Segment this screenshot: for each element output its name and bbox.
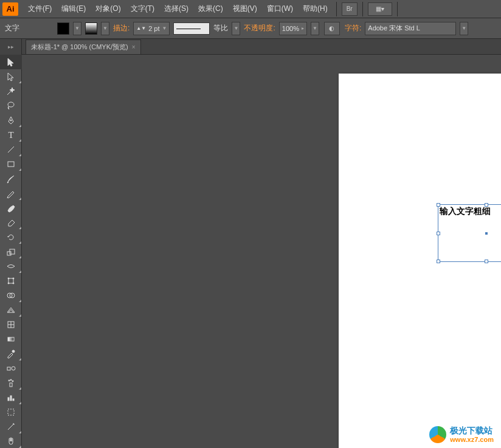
column-graph-tool[interactable]: [0, 390, 22, 405]
pencil-tool[interactable]: [0, 186, 22, 201]
pen-tool[interactable]: [0, 113, 22, 128]
watermark-logo-icon: [429, 426, 446, 443]
menu-window[interactable]: 窗口(W): [262, 1, 298, 18]
svg-point-0: [8, 102, 14, 107]
menu-file[interactable]: 文件(F): [23, 1, 57, 18]
svg-point-19: [12, 367, 15, 370]
svg-rect-18: [7, 367, 10, 370]
stroke-label: 描边:: [113, 23, 130, 33]
free-transform-tool[interactable]: [0, 274, 22, 288]
close-icon[interactable]: ×: [132, 44, 136, 50]
line-tool[interactable]: [0, 142, 22, 157]
menubar: Ai 文件(F) 编辑(E) 对象(O) 文字(T) 选择(S) 效果(C) 视…: [0, 0, 501, 18]
scale-label: 等比: [213, 23, 228, 33]
gradient-tool[interactable]: [0, 332, 22, 346]
scale-dropdown[interactable]: ▼: [232, 22, 240, 35]
stroke-weight[interactable]: ▲▼2 pt▼: [133, 22, 170, 35]
svg-point-17: [12, 350, 15, 353]
selection-tool[interactable]: [0, 55, 22, 69]
menu-edit[interactable]: 编辑(E): [57, 1, 91, 18]
opacity-label: 不透明度:: [244, 23, 275, 33]
eyedropper-tool[interactable]: [0, 346, 22, 361]
magic-wand-tool[interactable]: [0, 84, 22, 98]
opacity-value[interactable]: 100%▸: [279, 22, 307, 35]
menu-object[interactable]: 对象(O): [91, 1, 125, 18]
watermark: 极光下载站 www.xz7.com: [429, 426, 494, 443]
svg-rect-26: [13, 399, 14, 401]
scale-tool[interactable]: [0, 244, 22, 259]
svg-line-2: [8, 146, 14, 153]
menu-effect[interactable]: 效果(C): [193, 1, 228, 18]
svg-rect-20: [10, 383, 12, 387]
svg-rect-25: [10, 396, 12, 401]
stroke-profile[interactable]: [173, 22, 210, 35]
width-tool[interactable]: [0, 259, 22, 274]
handle-tl[interactable]: [437, 203, 440, 207]
opacity-dropdown[interactable]: ▼: [311, 22, 319, 35]
svg-point-1: [10, 120, 12, 121]
divider: [362, 2, 363, 16]
type-tool[interactable]: T: [0, 128, 22, 142]
handle-bl[interactable]: [437, 260, 440, 263]
eraser-tool[interactable]: [0, 215, 22, 230]
svg-point-22: [10, 379, 12, 381]
svg-point-23: [12, 381, 13, 382]
svg-rect-16: [8, 337, 14, 341]
paintbrush-tool[interactable]: [0, 171, 22, 186]
tools-panel: T: [0, 55, 22, 448]
bridge-icon[interactable]: Br: [342, 2, 358, 16]
rectangle-tool[interactable]: [0, 157, 22, 171]
svg-point-9: [8, 283, 9, 284]
svg-point-8: [13, 278, 14, 279]
control-bar: 文字 ▼ ▼ 描边: ▲▼2 pt▼ 等比 ▼ 不透明度: 100%▸ ▼ ◐ …: [0, 18, 501, 39]
mesh-tool[interactable]: [0, 317, 22, 332]
svg-rect-4: [7, 252, 11, 255]
svg-point-7: [8, 278, 9, 279]
shape-builder-tool[interactable]: [0, 288, 22, 303]
menu-select[interactable]: 选择(S): [159, 1, 193, 18]
perspective-grid-tool[interactable]: [0, 303, 22, 317]
blob-brush-tool[interactable]: [0, 201, 22, 215]
tab-title: 未标题-1* @ 100% (CMYK/预览): [31, 43, 128, 52]
menu-view[interactable]: 视图(V): [228, 1, 262, 18]
handle-bm[interactable]: [485, 260, 488, 263]
svg-point-10: [13, 283, 14, 284]
handle-ml[interactable]: [437, 232, 440, 235]
app-logo: Ai: [2, 2, 18, 16]
divider: [336, 2, 337, 16]
fill-dropdown[interactable]: ▼: [73, 22, 81, 35]
svg-point-21: [9, 380, 10, 381]
stroke-dropdown[interactable]: ▼: [101, 22, 109, 35]
document-tab[interactable]: 未标题-1* @ 100% (CMYK/预览) ×: [26, 40, 141, 54]
arrange-documents-icon[interactable]: ▦▾: [368, 2, 392, 16]
menu-help[interactable]: 帮助(H): [298, 1, 333, 18]
handle-tm[interactable]: [485, 203, 488, 207]
svg-rect-24: [8, 398, 9, 401]
font-family-input[interactable]: Adobe 宋体 Std L: [365, 22, 456, 35]
fill-swatch[interactable]: [57, 22, 69, 35]
font-label: 字符:: [345, 23, 361, 33]
mode-label: 文字: [5, 23, 19, 33]
font-dropdown[interactable]: ▼: [460, 22, 468, 35]
canvas[interactable]: 输入文字粗细 极光下载站 www.xz7.com: [22, 55, 501, 448]
lasso-tool[interactable]: [0, 98, 22, 113]
document-tabbar: 未标题-1* @ 100% (CMYK/预览) ×: [0, 39, 501, 55]
svg-rect-3: [8, 162, 14, 167]
menu-type[interactable]: 文字(T): [126, 1, 159, 18]
artboard-tool[interactable]: [0, 405, 22, 419]
rotate-tool[interactable]: [0, 230, 22, 244]
hand-tool[interactable]: [0, 434, 22, 448]
watermark-text: 极光下载站 www.xz7.com: [450, 426, 494, 443]
svg-rect-6: [9, 278, 13, 283]
svg-rect-27: [8, 409, 14, 415]
slice-tool[interactable]: [0, 419, 22, 434]
direct-selection-tool[interactable]: [0, 69, 22, 84]
center-point: [485, 232, 488, 235]
text-frame-selection[interactable]: 输入文字粗细: [438, 204, 501, 262]
blend-tool[interactable]: [0, 361, 22, 376]
stroke-swatch[interactable]: [85, 22, 97, 35]
recolor-icon[interactable]: ◐: [324, 22, 340, 35]
symbol-sprayer-tool[interactable]: [0, 376, 22, 390]
divider: [397, 2, 398, 16]
panel-collapse-icon[interactable]: ▸▸: [0, 39, 22, 55]
